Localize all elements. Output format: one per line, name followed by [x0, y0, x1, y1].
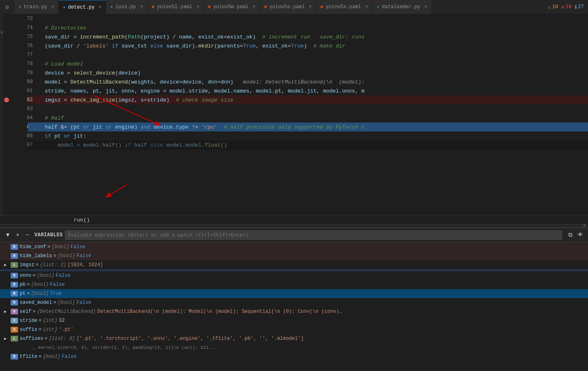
list-item[interactable]: ▶ L imgsz = {list: 2} [1024, 1024]	[0, 260, 588, 269]
copy-button[interactable]: ⧉	[566, 231, 575, 240]
toolbar-right: ⧉ 👁	[566, 231, 585, 240]
var-equals: =	[27, 282, 30, 287]
tab-train[interactable]: ● train.py ×	[14, 0, 59, 14]
var-name: tflite	[20, 354, 37, 360]
code-token: .	[99, 142, 102, 148]
var-type-icon: B	[11, 253, 18, 259]
var-type-icon: L	[11, 262, 18, 268]
tab-yolov5s[interactable]: ■ yolov5s.yaml ×	[260, 0, 316, 14]
var-value: DetectMultiBackend(\n (model): Model(\n …	[97, 309, 343, 314]
expand-icon[interactable]: ▶	[4, 309, 11, 314]
py-icon: ●	[110, 5, 113, 9]
code-token: ,	[99, 88, 106, 94]
expand-all-button[interactable]: ▼	[3, 231, 12, 240]
code-token: stride	[45, 88, 64, 94]
var-value: False	[62, 354, 77, 360]
code-token: ()	[220, 142, 227, 148]
code-token: 'cpu'	[202, 124, 218, 130]
tab-yolov5l[interactable]: ■ yolov5l.yaml ×	[148, 0, 204, 14]
code-token: ,	[86, 88, 93, 94]
code-token: or	[106, 124, 112, 130]
var-value: 32	[59, 318, 64, 323]
tab-yolov5m[interactable]: ■ yolov5m.yaml ×	[204, 0, 260, 14]
code-token: model	[288, 88, 304, 94]
code-token: type	[176, 124, 188, 130]
code-token	[32, 34, 45, 40]
code-token: .	[304, 88, 307, 94]
line-num-85: 85	[3, 122, 25, 131]
list-item-self[interactable]: ▶ O self = {DetectMultiBackend} DetectMu…	[0, 307, 588, 316]
close-icon[interactable]: ×	[309, 4, 312, 10]
code-token: model	[166, 142, 182, 148]
tab-detect[interactable]: ● detect.py ×	[59, 0, 106, 14]
list-item[interactable]: B pb = {bool} False	[0, 280, 588, 289]
code-token: =	[70, 34, 80, 40]
info-icon: ℹ	[575, 4, 577, 10]
close-icon[interactable]: ×	[196, 4, 199, 10]
watch-button[interactable]: 👁	[576, 231, 585, 240]
remove-watch-button[interactable]: −	[23, 231, 32, 240]
warning-count: ⚠ 10	[548, 4, 558, 10]
code-token: imgsz	[45, 97, 61, 103]
var-equals: =	[33, 273, 36, 278]
code-token: =	[160, 88, 169, 94]
list-item-self-overflow: , kernel_size=(6, 6), stride=(2, 2), pad…	[0, 343, 588, 352]
close-icon[interactable]: ×	[424, 4, 427, 10]
tab-dataloader[interactable]: ● dataloader.py ×	[372, 0, 431, 14]
tab-yolov5x[interactable]: ■ yolov5x.yaml ×	[316, 0, 372, 14]
list-item[interactable]: S suffix = {str} '.pt'	[0, 325, 588, 334]
close-icon[interactable]: ×	[365, 4, 368, 10]
code-token	[32, 124, 45, 130]
code-token: pt	[275, 88, 282, 94]
list-item-pt[interactable]: B pt = {bool} True	[0, 289, 588, 298]
add-watch-button[interactable]: +	[13, 231, 22, 240]
code-token: check_img_size	[70, 97, 115, 103]
close-icon[interactable]: ×	[253, 4, 256, 10]
code-token: else	[150, 142, 163, 148]
code-token: (	[141, 34, 144, 40]
code-line-84: # Half	[28, 113, 588, 122]
yaml-icon: ■	[152, 5, 154, 9]
var-value: True	[50, 291, 62, 296]
code-token: model	[45, 79, 61, 85]
code-line-87: model = model . half () if half else mod…	[28, 140, 588, 149]
code-token	[102, 124, 106, 130]
code-line-76: ( save_dir / 'labels' if save_txt else s…	[28, 41, 588, 50]
var-name: onnx	[20, 273, 32, 278]
code-token: onnx	[122, 88, 134, 94]
list-item[interactable]: B hide_labels = {bool} False	[0, 251, 588, 260]
code-token: model	[214, 88, 230, 94]
code-token: dnn	[220, 79, 230, 85]
settings-icon[interactable]: ⚙	[0, 0, 14, 14]
code-token	[70, 133, 74, 139]
code-token: model	[256, 88, 272, 94]
line-num-73: 73	[3, 14, 25, 23]
code-token: ,	[317, 88, 323, 94]
var-name: pb	[20, 282, 25, 287]
var-type-label: {int}	[43, 318, 57, 323]
code-token: project	[144, 34, 166, 40]
var-name: imgsz	[20, 262, 34, 268]
close-icon[interactable]: ×	[99, 5, 102, 10]
close-icon[interactable]: ×	[140, 4, 143, 10]
code-token: stride	[147, 97, 166, 103]
list-item-suffixes[interactable]: ▶ L suffixes = {list: 8} ['.pt', '.torch…	[0, 334, 588, 343]
close-icon[interactable]: ×	[51, 4, 54, 10]
code-token: )	[137, 70, 141, 76]
code-token: (	[125, 34, 128, 40]
expand-icon[interactable]: ▶	[4, 336, 11, 341]
list-item[interactable]: B onnx = {bool} False	[0, 271, 588, 280]
var-value: ['.pt', '.torchscript', '.onnx', '.engin…	[77, 336, 304, 342]
panel-divider[interactable]: ×	[0, 224, 588, 228]
expand-icon[interactable]: ▶	[4, 262, 11, 267]
code-token: =	[61, 79, 70, 85]
list-item[interactable]: B hide_conf = {bool} False	[0, 242, 588, 251]
list-item-tflite[interactable]: B tflite = {bool} False	[0, 352, 588, 361]
list-item[interactable]: B saved_model = {bool} False	[0, 298, 588, 307]
tab-loss[interactable]: ● loss.py ×	[106, 0, 148, 14]
eval-expression-input[interactable]	[65, 231, 562, 240]
code-token: else	[150, 43, 163, 49]
code-token: ,	[154, 79, 160, 85]
run-call: run()	[74, 217, 90, 223]
list-item[interactable]: I stride = {int} 32	[0, 316, 588, 325]
